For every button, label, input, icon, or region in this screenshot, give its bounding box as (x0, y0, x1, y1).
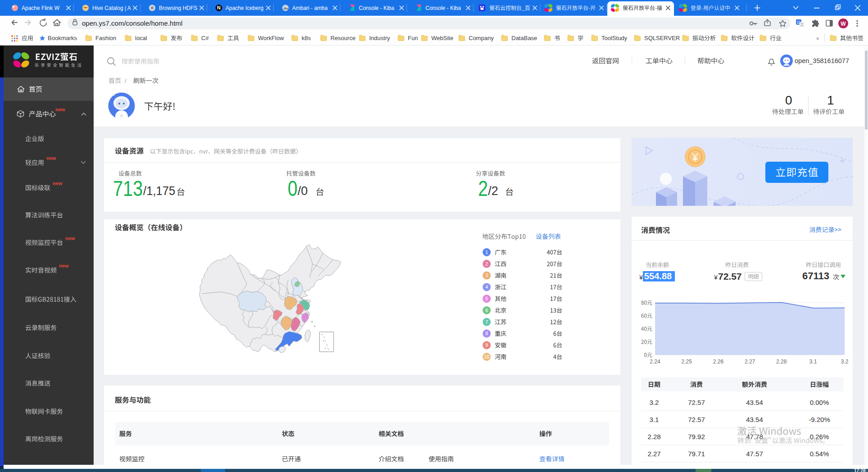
svg-text:2.24: 2.24 (650, 359, 660, 365)
svg-text:2: 2 (485, 261, 488, 267)
svg-text:7: 7 (485, 319, 488, 325)
svg-text:2.26: 2.26 (713, 359, 724, 365)
svg-text:2.27: 2.27 (745, 359, 755, 365)
svg-text:W: W (841, 21, 846, 27)
svg-text:6: 6 (485, 308, 488, 313)
svg-text:文: 文 (800, 22, 804, 27)
svg-text:8: 8 (485, 331, 488, 336)
svg-text:4: 4 (485, 284, 488, 290)
svg-text:9: 9 (485, 342, 488, 348)
svg-text:5: 5 (485, 296, 488, 301)
svg-text:N: N (217, 5, 221, 10)
svg-text:3: 3 (485, 272, 488, 278)
svg-text:10: 10 (484, 354, 489, 359)
svg-text:2.25: 2.25 (682, 359, 692, 365)
svg-text:3.2: 3.2 (841, 359, 849, 365)
svg-text:1: 1 (485, 250, 488, 255)
svg-text:3.1: 3.1 (809, 359, 817, 365)
svg-text:2.28: 2.28 (776, 359, 787, 365)
